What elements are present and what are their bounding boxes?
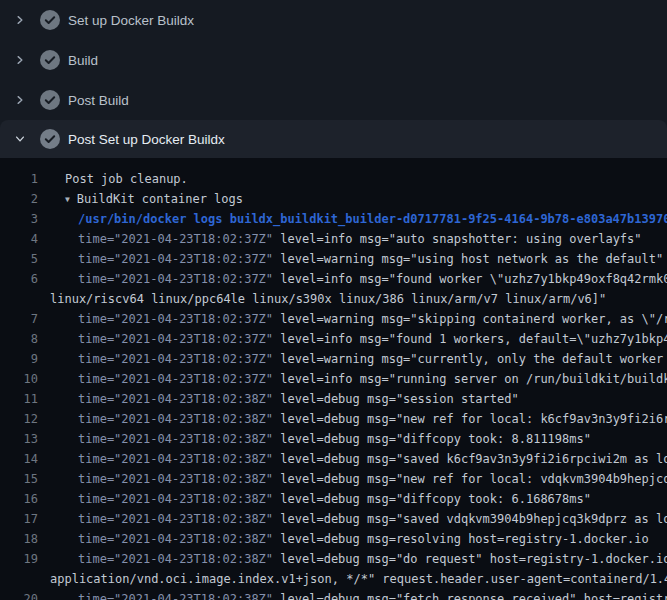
log-timestamp: time="2021-04-23T18:02:38Z": [78, 552, 273, 566]
log-line-number[interactable]: 19: [0, 549, 38, 569]
step-row-post-setup-docker-buildx[interactable]: Post Set up Docker Buildx: [0, 120, 667, 158]
log-line: 14 time="2021-04-23T18:02:38Z" level=deb…: [0, 449, 667, 469]
log-line: 10 time="2021-04-23T18:02:37Z" level=inf…: [0, 369, 667, 389]
log-timestamp: time="2021-04-23T18:02:37Z": [78, 252, 273, 266]
step-label: Post Build: [68, 93, 129, 108]
log-line-number[interactable]: 16: [0, 489, 38, 509]
step-label: Post Set up Docker Buildx: [68, 132, 225, 147]
log-message: level=debug msg="diffcopy took: 8.811198…: [273, 432, 591, 446]
log-line: 4 time="2021-04-23T18:02:37Z" level=info…: [0, 229, 667, 249]
log-message: level=debug msg="diffcopy took: 6.168678…: [273, 492, 591, 506]
log-message: level=debug msg="session started": [273, 392, 519, 406]
step-row-build[interactable]: Build: [0, 40, 667, 80]
log-timestamp: time="2021-04-23T18:02:38Z": [78, 492, 273, 506]
log-timestamp: time="2021-04-23T18:02:37Z": [78, 372, 273, 386]
log-message: /usr/bin/docker logs buildx_buildkit_bui…: [78, 212, 667, 226]
log-timestamp: time="2021-04-23T18:02:38Z": [78, 472, 273, 486]
log-line: 15 time="2021-04-23T18:02:38Z" level=deb…: [0, 469, 667, 489]
chevron-right-icon: [12, 92, 28, 108]
log-line-number[interactable]: 5: [0, 249, 38, 269]
log-line: 6 time="2021-04-23T18:02:37Z" level=info…: [0, 269, 667, 289]
log-line-number[interactable]: [0, 289, 38, 309]
log-line: 12 time="2021-04-23T18:02:38Z" level=deb…: [0, 409, 667, 429]
log-line-number[interactable]: 7: [0, 309, 38, 329]
log-line: 18 time="2021-04-23T18:02:38Z" level=deb…: [0, 529, 667, 549]
log-line-number[interactable]: 4: [0, 229, 38, 249]
log-message: linux/riscv64 linux/ppc64le linux/s390x …: [50, 292, 606, 306]
log-line: 7 time="2021-04-23T18:02:37Z" level=warn…: [0, 309, 667, 329]
log-line: 1 Post job cleanup.: [0, 169, 667, 189]
step-row-setup-docker-buildx[interactable]: Set up Docker Buildx: [0, 0, 667, 40]
log-panel: 1 Post job cleanup. 2 ▼BuildKit containe…: [0, 158, 667, 600]
log-timestamp: time="2021-04-23T18:02:38Z": [78, 392, 273, 406]
check-circle-icon: [40, 50, 60, 70]
log-message: level=debug msg="do request" host=regist…: [273, 552, 667, 566]
log-message: level=info msg="auto snapshotter: using …: [273, 232, 641, 246]
log-line-number[interactable]: 15: [0, 469, 38, 489]
log-timestamp: time="2021-04-23T18:02:38Z": [78, 432, 273, 446]
log-line: linux/riscv64 linux/ppc64le linux/s390x …: [0, 289, 667, 309]
log-timestamp: time="2021-04-23T18:02:37Z": [78, 312, 273, 326]
log-line-number[interactable]: 17: [0, 509, 38, 529]
log-line-number[interactable]: [0, 569, 38, 589]
log-message: level=debug msg=resolving host=registry-…: [273, 532, 649, 546]
log-line-number[interactable]: 14: [0, 449, 38, 469]
group-expanded-triangle-icon[interactable]: ▼: [65, 195, 70, 204]
log-line-number[interactable]: 6: [0, 269, 38, 289]
log-line-number[interactable]: 2: [0, 189, 38, 209]
log-line-number[interactable]: 20: [0, 589, 38, 600]
log-message: application/vnd.oci.image.index.v1+json,…: [50, 572, 667, 586]
log-timestamp: time="2021-04-23T18:02:38Z": [78, 512, 273, 526]
log-timestamp: time="2021-04-23T18:02:37Z": [78, 352, 273, 366]
log-line-number[interactable]: 3: [0, 209, 38, 229]
log-line: 17 time="2021-04-23T18:02:38Z" level=deb…: [0, 509, 667, 529]
log-message: level=warning msg="currently, only the d…: [273, 352, 667, 366]
log-line: 2 ▼BuildKit container logs: [0, 189, 667, 209]
log-message: BuildKit container logs: [77, 192, 243, 206]
step-row-post-build[interactable]: Post Build: [0, 80, 667, 120]
log-line: 11 time="2021-04-23T18:02:38Z" level=deb…: [0, 389, 667, 409]
log-message: level=warning msg="using host network as…: [273, 252, 663, 266]
log-line: 20 time="2021-04-23T18:02:38Z" level=deb…: [0, 589, 667, 600]
chevron-right-icon: [12, 52, 28, 68]
log-timestamp: time="2021-04-23T18:02:38Z": [78, 412, 273, 426]
log-line: 16 time="2021-04-23T18:02:38Z" level=deb…: [0, 489, 667, 509]
log-line: 19 time="2021-04-23T18:02:38Z" level=deb…: [0, 549, 667, 569]
log-line-number[interactable]: 13: [0, 429, 38, 449]
check-circle-icon: [40, 129, 60, 149]
log-line: 5 time="2021-04-23T18:02:37Z" level=warn…: [0, 249, 667, 269]
log-line-number[interactable]: 11: [0, 389, 38, 409]
log-message: level=debug msg="fetch response received…: [273, 592, 667, 600]
log-message: level=debug msg="new ref for local: vdqk…: [273, 472, 667, 486]
log-line: 8 time="2021-04-23T18:02:37Z" level=info…: [0, 329, 667, 349]
log-line-number[interactable]: 12: [0, 409, 38, 429]
log-message: level=debug msg="saved vdqkvm3904b9hepjc…: [273, 512, 667, 526]
log-message: level=info msg="found worker \"uzhz7y1bk…: [273, 272, 667, 286]
log-line-number[interactable]: 9: [0, 349, 38, 369]
log-line-number[interactable]: 18: [0, 529, 38, 549]
log-message: level=info msg="running server on /run/b…: [273, 372, 667, 386]
step-label: Set up Docker Buildx: [68, 13, 194, 28]
actions-log-viewer: Set up Docker Buildx Build Post Build: [0, 0, 667, 600]
log-timestamp: time="2021-04-23T18:02:38Z": [78, 532, 273, 546]
log-line-number[interactable]: 8: [0, 329, 38, 349]
check-circle-icon: [40, 90, 60, 110]
steps-list: Set up Docker Buildx Build Post Build: [0, 0, 667, 158]
log-timestamp: time="2021-04-23T18:02:38Z": [78, 452, 273, 466]
log-message: level=info msg="found 1 workers, default…: [273, 332, 667, 346]
log-timestamp: time="2021-04-23T18:02:37Z": [78, 272, 273, 286]
log-message: Post job cleanup.: [65, 172, 188, 186]
log-message: level=debug msg="new ref for local: k6cf…: [273, 412, 667, 426]
log-line: 9 time="2021-04-23T18:02:37Z" level=warn…: [0, 349, 667, 369]
chevron-right-icon: [12, 12, 28, 28]
log-line-number[interactable]: 10: [0, 369, 38, 389]
log-message: level=warning msg="skipping containerd w…: [273, 312, 667, 326]
log-message: level=debug msg="saved k6cf9av3n3y9fi2i6…: [273, 452, 667, 466]
log-line: 13 time="2021-04-23T18:02:38Z" level=deb…: [0, 429, 667, 449]
log-timestamp: time="2021-04-23T18:02:38Z": [78, 592, 273, 600]
chevron-down-icon: [12, 131, 28, 147]
check-circle-icon: [40, 10, 60, 30]
log-line: application/vnd.oci.image.index.v1+json,…: [0, 569, 667, 589]
log-line-number[interactable]: 1: [0, 169, 38, 189]
log-timestamp: time="2021-04-23T18:02:37Z": [78, 332, 273, 346]
